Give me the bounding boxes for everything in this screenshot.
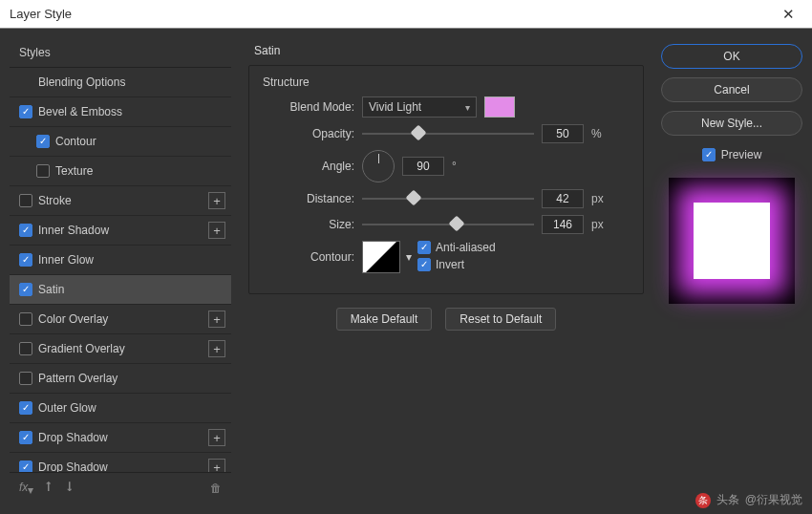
sidebar-footer: fx▾ 🠕 🠗 🗑: [10, 472, 231, 504]
style-row[interactable]: Inner Glow+: [10, 246, 231, 275]
contour-picker[interactable]: [362, 241, 400, 273]
settings-panel: Satin Structure Blend Mode: Vivid Light …: [239, 38, 653, 504]
style-checkbox[interactable]: [36, 164, 50, 178]
style-checkbox[interactable]: [19, 283, 32, 296]
style-label: Gradient Overlay: [38, 342, 125, 355]
style-label: Outer Glow: [38, 401, 96, 415]
style-checkbox[interactable]: [36, 135, 50, 148]
style-label: Inner Glow: [38, 253, 94, 267]
style-row[interactable]: Satin+: [10, 275, 231, 305]
color-swatch[interactable]: [484, 96, 515, 118]
style-label: Texture: [55, 164, 93, 178]
style-checkbox[interactable]: [19, 372, 32, 385]
window-title: Layer Style: [10, 7, 72, 21]
size-label: Size:: [263, 218, 354, 231]
chevron-down-icon[interactable]: ▾: [406, 250, 412, 264]
style-row[interactable]: Stroke+: [10, 186, 231, 216]
style-row[interactable]: Outer Glow+: [10, 394, 231, 423]
style-checkbox[interactable]: [19, 460, 32, 472]
distance-slider[interactable]: [362, 192, 534, 205]
style-checkbox[interactable]: [19, 342, 32, 355]
blend-mode-label: Blend Mode:: [263, 100, 354, 114]
anti-aliased-checkbox[interactable]: Anti-aliased: [417, 241, 496, 254]
style-checkbox[interactable]: [19, 253, 32, 267]
preview-box: [669, 178, 795, 304]
arrow-up-icon[interactable]: 🠕: [43, 481, 54, 497]
make-default-button[interactable]: Make Default: [336, 308, 433, 331]
add-effect-icon[interactable]: +: [208, 192, 225, 209]
style-checkbox[interactable]: [19, 105, 32, 118]
add-effect-icon[interactable]: +: [208, 340, 225, 357]
style-checkbox[interactable]: [19, 312, 32, 326]
style-checkbox[interactable]: [19, 431, 32, 444]
chevron-down-icon: ▾: [465, 102, 470, 113]
style-row[interactable]: Color Overlay+: [10, 305, 231, 334]
style-label: Stroke: [38, 194, 72, 207]
style-row[interactable]: Pattern Overlay+: [10, 364, 231, 394]
trash-icon[interactable]: 🗑: [210, 482, 222, 495]
ok-button[interactable]: OK: [661, 44, 802, 69]
cancel-button[interactable]: Cancel: [661, 77, 802, 102]
opacity-slider[interactable]: [362, 127, 534, 140]
style-row[interactable]: Bevel & Emboss+: [10, 97, 231, 127]
style-list: Blending Options+Bevel & Emboss+Contour+…: [10, 68, 231, 472]
titlebar: Layer Style ✕: [0, 0, 812, 29]
style-checkbox[interactable]: [19, 401, 32, 415]
contour-label: Contour:: [263, 250, 354, 264]
style-row[interactable]: Inner Shadow+: [10, 216, 231, 246]
structure-label: Structure: [263, 75, 630, 89]
style-checkbox[interactable]: [19, 194, 32, 207]
arrow-down-icon[interactable]: 🠗: [64, 481, 75, 497]
style-row[interactable]: Texture+: [10, 157, 231, 186]
style-label: Color Overlay: [38, 312, 108, 326]
styles-sidebar: Styles Blending Options+Bevel & Emboss+C…: [10, 38, 231, 504]
style-row[interactable]: Contour+: [10, 127, 231, 157]
preview-checkbox[interactable]: [702, 148, 716, 161]
style-label: Drop Shadow: [38, 460, 108, 472]
dialog-actions: OK Cancel New Style... Preview: [661, 38, 802, 504]
style-label: Blending Options: [38, 75, 125, 89]
preview-thumbnail: [694, 203, 770, 279]
style-label: Satin: [38, 283, 64, 296]
add-effect-icon[interactable]: +: [208, 311, 225, 328]
style-row[interactable]: Drop Shadow+: [10, 453, 231, 472]
angle-input[interactable]: [402, 157, 444, 176]
reset-default-button[interactable]: Reset to Default: [445, 308, 556, 331]
angle-label: Angle:: [263, 160, 354, 173]
style-label: Drop Shadow: [38, 431, 108, 444]
distance-input[interactable]: [542, 189, 584, 208]
distance-label: Distance:: [263, 192, 354, 205]
close-icon[interactable]: ✕: [774, 6, 802, 23]
blend-mode-dropdown[interactable]: Vivid Light ▾: [362, 96, 477, 118]
style-row[interactable]: Gradient Overlay+: [10, 334, 231, 364]
style-label: Inner Shadow: [38, 224, 109, 237]
size-slider[interactable]: [362, 218, 534, 231]
fx-icon[interactable]: fx▾: [19, 481, 33, 497]
style-checkbox[interactable]: [19, 224, 32, 237]
styles-header[interactable]: Styles: [10, 38, 231, 68]
style-label: Bevel & Emboss: [38, 105, 122, 118]
watermark: 条 头条 @衍果视觉: [695, 492, 802, 508]
panel-title: Satin: [248, 42, 644, 65]
add-effect-icon[interactable]: +: [208, 459, 225, 472]
style-label: Contour: [55, 135, 96, 148]
style-label: Pattern Overlay: [38, 372, 118, 385]
invert-checkbox[interactable]: Invert: [417, 258, 496, 271]
add-effect-icon[interactable]: +: [208, 429, 225, 446]
opacity-input[interactable]: [542, 124, 584, 143]
angle-dial[interactable]: [362, 150, 395, 182]
opacity-label: Opacity:: [263, 127, 354, 140]
style-row[interactable]: Drop Shadow+: [10, 423, 231, 453]
add-effect-icon[interactable]: +: [208, 222, 225, 239]
new-style-button[interactable]: New Style...: [661, 111, 802, 136]
size-input[interactable]: [542, 215, 584, 234]
style-row[interactable]: Blending Options+: [10, 68, 231, 97]
preview-label: Preview: [721, 148, 762, 161]
